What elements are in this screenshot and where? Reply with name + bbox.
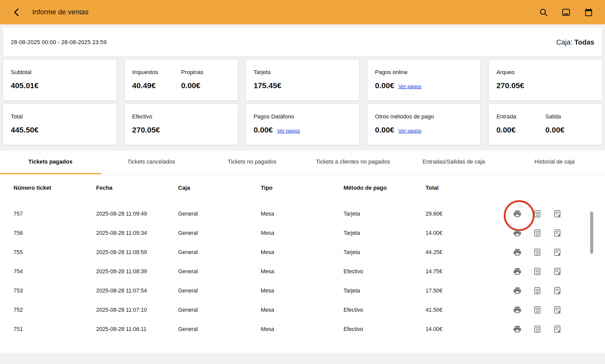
receipt-remove-icon bbox=[553, 325, 562, 333]
card-value: 405.01€ bbox=[11, 81, 109, 90]
print-icon bbox=[513, 209, 522, 218]
tab-historial-caja[interactable]: Historial de caja bbox=[504, 150, 605, 174]
cell-caja: General bbox=[178, 211, 261, 217]
tab-entradas-salidas[interactable]: Entradas/Salidas de caja bbox=[403, 150, 504, 174]
cell-caja: General bbox=[178, 249, 261, 256]
back-arrow-icon bbox=[12, 7, 22, 17]
table-header: Número ticket Fecha Caja Tipo Método de … bbox=[14, 174, 593, 198]
receipt-remove-button[interactable] bbox=[552, 247, 562, 257]
print-button[interactable] bbox=[512, 266, 522, 277]
caja-label: Caja: bbox=[556, 38, 574, 46]
receipt-remove-icon bbox=[553, 209, 562, 218]
card-entrada-salida: Entrada 0.00€ Salida 0.00€ bbox=[489, 104, 602, 145]
print-button[interactable] bbox=[512, 286, 522, 296]
page-title: Informe de ventas bbox=[32, 8, 89, 16]
receipt-edit-icon bbox=[533, 325, 542, 333]
print-icon bbox=[513, 267, 522, 276]
card-value: 0.00€ bbox=[545, 126, 594, 134]
receipt-remove-button[interactable] bbox=[552, 324, 562, 333]
card-value: 175.45€ bbox=[254, 81, 351, 90]
cell-tipo: Mesa bbox=[261, 249, 344, 256]
print-icon bbox=[513, 325, 522, 333]
cell-ticket: 755 bbox=[14, 249, 96, 256]
card-efectivo: Efectivo 270.05€ bbox=[125, 104, 238, 145]
back-button[interactable] bbox=[11, 6, 23, 18]
receipt-edit-button[interactable] bbox=[532, 286, 542, 296]
cell-fecha: 2025-08-28 11:08:39 bbox=[96, 268, 178, 275]
card-value: 0.00€ bbox=[375, 126, 394, 134]
print-button[interactable] bbox=[512, 228, 522, 238]
col-numero-ticket: Número ticket bbox=[14, 185, 96, 191]
receipt-edit-button[interactable] bbox=[532, 247, 542, 257]
card-value: 40.49€ bbox=[132, 81, 181, 90]
ver-pagos-link[interactable]: Ver pagos bbox=[277, 128, 300, 134]
cell-fecha: 2025-08-28 11:07:54 bbox=[96, 288, 178, 294]
print-button[interactable] bbox=[512, 209, 522, 219]
receipt-edit-icon bbox=[533, 229, 542, 237]
card-value: 445.50€ bbox=[11, 126, 109, 134]
cell-total: 14.75€ bbox=[426, 268, 490, 275]
cell-ticket: 756 bbox=[14, 230, 96, 236]
caja-selector[interactable]: Caja: Todas bbox=[556, 38, 594, 46]
receipt-remove-button[interactable] bbox=[552, 305, 562, 315]
receipt-remove-icon bbox=[553, 267, 562, 276]
cell-total: 41.50€ bbox=[426, 307, 490, 313]
cell-metodo: Efectivo bbox=[344, 268, 426, 275]
receipt-remove-button[interactable] bbox=[552, 228, 562, 238]
tab-tickets-pagados[interactable]: Tickets pagados bbox=[0, 150, 101, 174]
cell-tipo: Mesa bbox=[261, 288, 344, 294]
cell-fecha: 2025-08-28 11:09:34 bbox=[96, 230, 178, 236]
print-button[interactable] bbox=[512, 247, 522, 257]
receipt-remove-button[interactable] bbox=[552, 286, 562, 296]
cell-tipo: Mesa bbox=[261, 268, 344, 275]
cell-tipo: Mesa bbox=[261, 307, 344, 313]
table-row: 755 2025-08-28 11:08:59 General Mesa Tar… bbox=[14, 243, 593, 262]
search-icon bbox=[539, 8, 548, 17]
cell-total: 14.00€ bbox=[426, 326, 490, 332]
filter-bar: 28-08-2025 00:00 - 28-08-2025 23:59 Caja… bbox=[3, 28, 602, 57]
cell-fecha: 2025-08-28 11:09:49 bbox=[96, 211, 178, 217]
table-row: 752 2025-08-28 11:07:10 General Mesa Efe… bbox=[14, 300, 593, 320]
tab-tickets-no-pagados[interactable]: Tickets no pagados bbox=[202, 150, 302, 174]
receipt-edit-button[interactable] bbox=[532, 266, 542, 277]
cell-ticket: 752 bbox=[14, 307, 96, 313]
print-icon bbox=[513, 248, 522, 257]
receipt-remove-icon bbox=[553, 229, 562, 237]
cell-total: 44.25€ bbox=[426, 249, 490, 256]
calendar-button[interactable] bbox=[583, 7, 594, 18]
cell-metodo: Tarjeta bbox=[344, 249, 426, 256]
receipt-remove-button[interactable] bbox=[552, 209, 562, 219]
cell-metodo: Efectivo bbox=[344, 326, 426, 332]
table-row: 756 2025-08-28 11:09:34 General Mesa Tar… bbox=[14, 224, 593, 243]
card-tarjeta: Tarjeta 175.45€ bbox=[246, 60, 359, 100]
receipt-edit-button[interactable] bbox=[532, 209, 542, 219]
table-row: 757 2025-08-28 11:09:49 General Mesa Tar… bbox=[14, 204, 593, 224]
search-button[interactable] bbox=[538, 7, 549, 18]
table-row: 751 2025-08-28 11:06:11 General Mesa Efe… bbox=[14, 320, 593, 333]
receipt-edit-button[interactable] bbox=[532, 324, 542, 333]
cell-metodo: Tarjeta bbox=[344, 211, 426, 217]
card-value: 0.00€ bbox=[375, 81, 394, 90]
ver-pagos-link[interactable]: Ver pagos bbox=[398, 84, 421, 89]
cell-total: 17.50€ bbox=[426, 288, 490, 294]
cell-ticket: 753 bbox=[14, 288, 96, 294]
receipt-edit-button[interactable] bbox=[532, 305, 542, 315]
receipt-edit-button[interactable] bbox=[532, 228, 542, 238]
scrollbar-thumb[interactable] bbox=[590, 211, 593, 254]
tickets-table: Número ticket Fecha Caja Tipo Método de … bbox=[0, 174, 605, 333]
cell-tipo: Mesa bbox=[261, 211, 344, 217]
receipt-remove-button[interactable] bbox=[552, 266, 562, 277]
print-button[interactable] bbox=[512, 324, 522, 333]
print-button[interactable] bbox=[512, 305, 522, 315]
col-metodo-pago: Método de pago bbox=[344, 185, 426, 191]
col-tipo: Tipo bbox=[261, 185, 344, 191]
tab-tickets-cancelados[interactable]: Tickets cancelados bbox=[101, 150, 201, 174]
cell-tipo: Mesa bbox=[261, 326, 344, 332]
receipt-edit-icon bbox=[533, 306, 542, 314]
ver-pagos-link[interactable]: Ver pagos bbox=[398, 128, 421, 134]
col-fecha: Fecha bbox=[96, 185, 178, 191]
date-range[interactable]: 28-08-2025 00:00 - 28-08-2025 23:59 bbox=[11, 39, 107, 46]
screen-button[interactable] bbox=[560, 7, 572, 18]
tab-tickets-clientes-no-pagados[interactable]: Tickets a clientes no pagados bbox=[302, 150, 403, 174]
print-icon bbox=[513, 229, 522, 237]
